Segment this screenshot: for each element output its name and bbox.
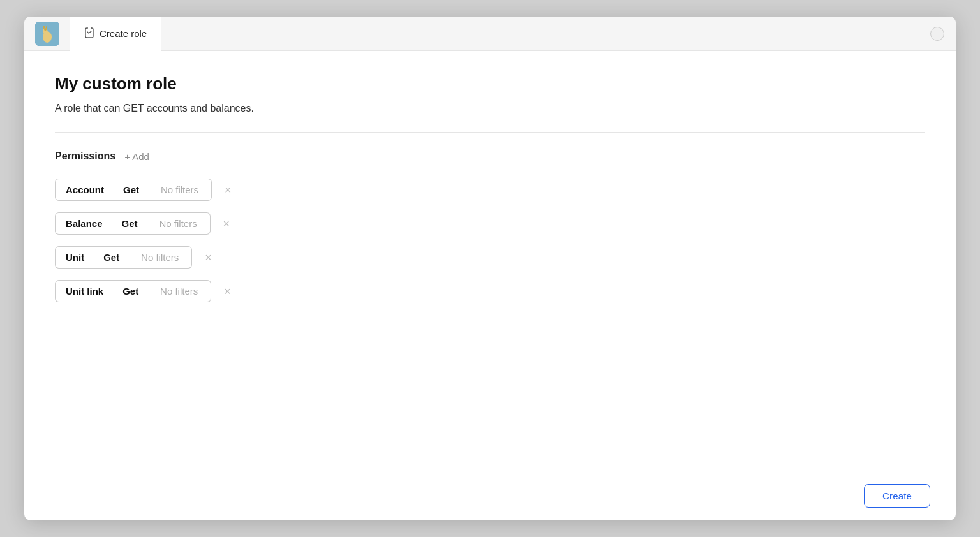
svg-rect-7 — [87, 27, 91, 29]
perm-filters-3: No filters — [147, 280, 211, 302]
role-description: A role that can GET accounts and balance… — [55, 103, 925, 114]
remove-permission-2[interactable]: × — [201, 251, 216, 265]
remove-permission-1[interactable]: × — [219, 217, 234, 231]
create-button[interactable]: Create — [864, 484, 930, 508]
tab-bar: Create role — [24, 17, 956, 51]
tab-label: Create role — [100, 28, 147, 39]
perm-filters-0: No filters — [148, 179, 212, 201]
perm-resource-1: Balance — [55, 212, 113, 235]
permissions-list: Account Get No filters × Balance Get No … — [55, 179, 925, 302]
modal-content: My custom role A role that can GET accou… — [24, 51, 956, 471]
perm-action-3: Get — [114, 280, 147, 302]
perm-action-1: Get — [113, 212, 147, 235]
perm-filters-1: No filters — [147, 212, 211, 235]
permission-row: Balance Get No filters × — [55, 212, 925, 235]
perm-resource-3: Unit link — [55, 280, 114, 302]
perm-action-2: Get — [94, 246, 128, 268]
perm-filters-2: No filters — [128, 246, 192, 268]
app-avatar[interactable] — [24, 17, 70, 50]
tab-create-role[interactable]: Create role — [70, 17, 161, 51]
section-divider — [55, 132, 925, 133]
modal-footer: Create — [24, 471, 956, 520]
perm-resource-2: Unit — [55, 246, 94, 268]
remove-permission-3[interactable]: × — [220, 284, 235, 298]
modal-container: Create role My custom role A role that c… — [24, 17, 956, 520]
circle-button[interactable] — [930, 27, 944, 41]
permissions-label: Permissions — [55, 151, 115, 162]
permissions-header: Permissions + Add — [55, 151, 925, 162]
avatar-image — [35, 22, 59, 46]
permission-row: Unit link Get No filters × — [55, 280, 925, 302]
add-permission-button[interactable]: + Add — [124, 151, 149, 162]
remove-permission-0[interactable]: × — [221, 183, 235, 197]
svg-rect-4 — [43, 26, 45, 29]
tab-icon — [84, 27, 94, 41]
permission-row: Account Get No filters × — [55, 179, 925, 201]
permission-row: Unit Get No filters × — [55, 246, 925, 268]
perm-resource-0: Account — [55, 179, 114, 201]
role-title: My custom role — [55, 74, 925, 94]
svg-rect-5 — [46, 26, 47, 29]
tab-bar-right — [930, 17, 956, 50]
perm-action-0: Get — [114, 179, 148, 201]
